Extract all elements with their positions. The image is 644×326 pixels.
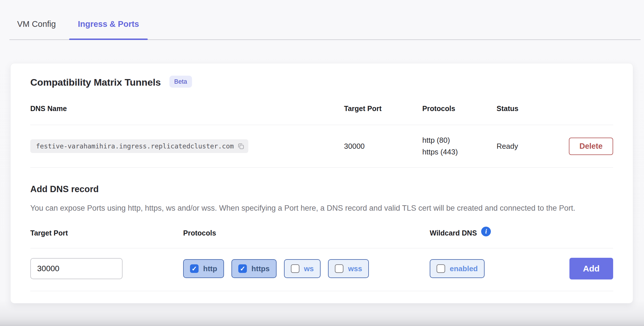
- beta-badge: Beta: [169, 76, 192, 88]
- tab-vm-config[interactable]: VM Config: [9, 19, 63, 39]
- delete-button[interactable]: Delete: [569, 138, 613, 155]
- protocol-checkbox-ws[interactable]: ✓ ws: [284, 259, 321, 278]
- protocol-wss-label: wss: [348, 264, 362, 273]
- form-row-divider: [30, 291, 613, 291]
- column-header-status: Status: [497, 104, 547, 113]
- checkbox-https-icon: ✓: [238, 264, 247, 273]
- add-button[interactable]: Add: [569, 258, 613, 279]
- info-icon[interactable]: i: [481, 227, 491, 236]
- card-title: Compatibility Matrix Tunnels: [30, 76, 161, 88]
- column-header-dns-name: DNS Name: [30, 104, 344, 113]
- label-target-port: Target Port: [30, 229, 183, 237]
- wildcard-enabled-checkbox[interactable]: ✓ enabled: [430, 259, 485, 278]
- protocol-ws-label: ws: [304, 264, 314, 273]
- protocol-chips: ✓ http ✓ https ✓ ws ✓ wss: [183, 259, 430, 278]
- wildcard-enabled-label: enabled: [450, 264, 478, 273]
- row-protocols: http (80) https (443): [422, 134, 497, 158]
- checkbox-wildcard-icon: ✓: [437, 264, 445, 273]
- label-protocols: Protocols: [183, 229, 430, 237]
- add-dns-description: You can expose Ports using http, https, …: [30, 202, 613, 214]
- protocol-https-label: https: [251, 264, 270, 273]
- dns-name-pill: festive-varahamihira.ingress.replicatedc…: [30, 139, 248, 153]
- table-row: festive-varahamihira.ingress.replicatedc…: [30, 125, 613, 167]
- protocol-http-label: http: [203, 264, 217, 273]
- row-protocol-https: https (443): [422, 146, 497, 158]
- tab-ingress-ports[interactable]: Ingress & Ports: [69, 19, 147, 39]
- protocol-checkbox-wss[interactable]: ✓ wss: [328, 259, 369, 278]
- table-header: DNS Name Target Port Protocols Status: [30, 104, 613, 125]
- table-row-divider: [30, 167, 613, 168]
- form-row: ✓ http ✓ https ✓ ws ✓ wss ✓ enabled Add: [30, 258, 613, 291]
- add-dns-heading: Add DNS record: [30, 184, 613, 195]
- protocol-checkbox-http[interactable]: ✓ http: [183, 259, 224, 278]
- label-wildcard-dns: Wildcard DNS: [430, 229, 477, 237]
- checkbox-wss-icon: ✓: [335, 264, 343, 273]
- checkbox-ws-icon: ✓: [291, 264, 299, 273]
- row-status: Ready: [497, 142, 547, 151]
- tunnels-card: Compatibility Matrix Tunnels Beta DNS Na…: [10, 63, 633, 303]
- card-title-row: Compatibility Matrix Tunnels Beta: [30, 76, 613, 88]
- row-target-port: 30000: [344, 142, 422, 151]
- column-header-protocols: Protocols: [422, 104, 497, 113]
- dns-name-value: festive-varahamihira.ingress.replicatedc…: [36, 142, 234, 150]
- form-labels-divider: [30, 248, 613, 248]
- tab-ingress-ports-label: Ingress & Ports: [78, 19, 139, 29]
- checkbox-http-icon: ✓: [190, 264, 199, 273]
- tab-vm-config-label: VM Config: [17, 19, 56, 29]
- row-protocol-http: http (80): [422, 134, 497, 146]
- column-header-target-port: Target Port: [344, 104, 422, 113]
- form-labels-row: Target Port Protocols Wildcard DNS i: [30, 229, 613, 248]
- copy-icon[interactable]: [237, 142, 245, 150]
- tab-bar: VM Config Ingress & Ports: [9, 0, 641, 40]
- target-port-input[interactable]: [30, 258, 123, 279]
- protocol-checkbox-https[interactable]: ✓ https: [231, 259, 277, 278]
